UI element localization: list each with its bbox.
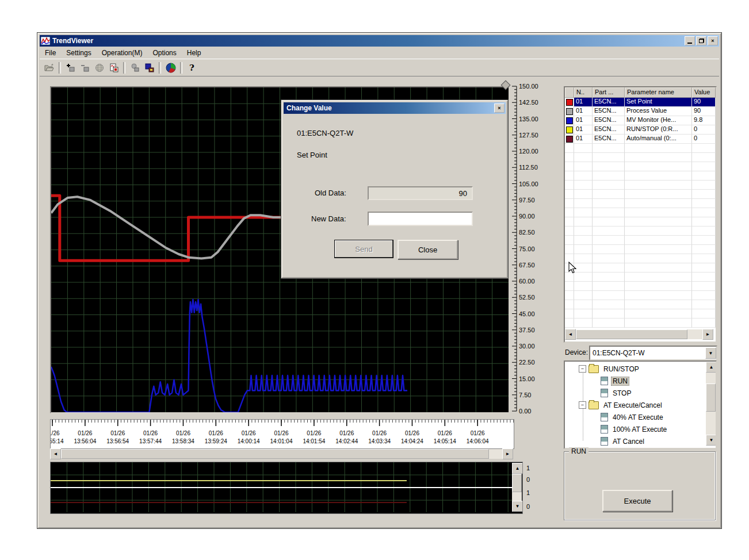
table-header-cell[interactable]: Part ... xyxy=(593,87,625,98)
add-pen-icon[interactable] xyxy=(63,61,78,74)
new-data-label: New Data: xyxy=(311,214,346,223)
tree-expander-icon[interactable]: − xyxy=(579,365,586,373)
table-empty-cell xyxy=(625,144,692,153)
table-empty-cell xyxy=(625,217,692,227)
menu-settings[interactable]: Settings xyxy=(61,48,96,58)
svg-text:13:56:54: 13:56:54 xyxy=(106,438,129,444)
scrollbar-thumb[interactable] xyxy=(61,449,489,459)
table-empty-cell xyxy=(593,199,625,208)
svg-text:14:03:34: 14:03:34 xyxy=(368,438,391,444)
digital-v-scrollbar[interactable]: ▲ ▼ xyxy=(512,463,522,512)
table-h-scrollbar[interactable]: ◄ ► xyxy=(565,329,713,339)
tree-item-100-at-execute[interactable]: 100% AT Execute xyxy=(565,423,705,435)
table-empty-cell xyxy=(574,162,593,171)
minimize-button[interactable] xyxy=(685,36,695,45)
table-header-cell[interactable]: Parameter name xyxy=(625,87,692,98)
device-combobox[interactable]: 01:E5CN-Q2T-W ▼ xyxy=(589,346,717,360)
table-empty-cell xyxy=(692,273,716,282)
table-header-cell[interactable] xyxy=(565,87,574,98)
table-empty-cell xyxy=(692,199,716,208)
tree-item-at-execute-cancel[interactable]: −AT Execute/Cancel xyxy=(565,399,705,411)
table-empty-cell xyxy=(565,190,574,199)
table-empty-cell xyxy=(625,273,692,282)
app-window: TrendViewer × File Settings Operation(M)… xyxy=(37,33,721,528)
close-button[interactable]: × xyxy=(708,36,718,45)
svg-text:150.00: 150.00 xyxy=(519,83,538,90)
digital-chart[interactable]: ▲ ▼ xyxy=(50,462,523,514)
scroll-up-icon[interactable]: ▲ xyxy=(706,362,717,373)
open-file-icon[interactable] xyxy=(42,61,56,74)
pen-select-icon[interactable] xyxy=(142,61,156,74)
scroll-right-icon[interactable]: ► xyxy=(702,329,713,340)
dialog-device-line: 01:E5CN-Q2T-W xyxy=(297,129,353,137)
menu-operation[interactable]: Operation(M) xyxy=(97,48,148,58)
chart-h-scrollbar[interactable]: ◄ ► xyxy=(50,449,513,459)
table-empty-cell xyxy=(692,181,716,190)
parameter-table[interactable]: N..Part ...Parameter nameValue01E5CN...S… xyxy=(564,86,717,343)
scroll-left-icon[interactable]: ◄ xyxy=(565,329,576,340)
scroll-down-icon[interactable]: ▼ xyxy=(512,501,523,512)
table-empty-cell xyxy=(593,263,625,273)
new-data-input[interactable] xyxy=(368,212,473,226)
pie-chart-icon[interactable] xyxy=(163,61,178,74)
tree-item-run-stop[interactable]: −RUN/STOP xyxy=(565,363,705,375)
pen-marker-icon[interactable] xyxy=(128,61,142,74)
table-empty-cell xyxy=(593,236,625,245)
copy-data-icon[interactable] xyxy=(106,61,121,74)
scrollbar-thumb[interactable] xyxy=(512,474,522,492)
help-icon[interactable]: ? xyxy=(185,61,199,74)
title-bar[interactable]: TrendViewer × xyxy=(40,35,719,47)
series-color-cell xyxy=(565,107,574,116)
tree-item-at-cancel[interactable]: AT Cancel xyxy=(565,435,705,447)
table-header-cell[interactable]: N.. xyxy=(574,87,593,98)
table-cell: 01 xyxy=(574,98,593,107)
table-empty-cell xyxy=(574,208,593,217)
scrollbar-thumb[interactable] xyxy=(576,329,687,339)
svg-text:01/26: 01/26 xyxy=(78,430,92,436)
scroll-left-icon[interactable]: ◄ xyxy=(50,448,61,459)
table-empty-cell xyxy=(692,153,716,162)
globe-icon[interactable] xyxy=(92,61,106,74)
tree-item-label: AT Cancel xyxy=(611,437,646,446)
scroll-down-icon[interactable]: ▼ xyxy=(706,435,717,446)
dialog-title-bar[interactable]: Change Value × xyxy=(284,102,506,114)
series-color-cell xyxy=(565,125,574,135)
table-empty-cell xyxy=(565,162,574,171)
send-button[interactable]: Send xyxy=(334,240,393,258)
table-row[interactable]: 01E5CN...MV Monitor (He...9.8 xyxy=(565,116,716,125)
series-color-swatch xyxy=(566,108,573,115)
scroll-up-icon[interactable]: ▲ xyxy=(512,463,523,474)
tree-item-run[interactable]: RUN xyxy=(565,375,705,387)
table-empty-row xyxy=(565,309,716,319)
restore-button[interactable] xyxy=(696,36,706,45)
table-empty-cell xyxy=(625,208,692,217)
scrollbar-thumb[interactable] xyxy=(706,383,716,412)
remove-pen-icon[interactable] xyxy=(78,61,92,74)
svg-text:13:59:24: 13:59:24 xyxy=(205,438,227,444)
chevron-down-icon[interactable]: ▼ xyxy=(705,347,716,359)
series-color-cell xyxy=(565,116,574,125)
menu-help[interactable]: Help xyxy=(182,48,207,58)
table-row[interactable]: 01E5CN...Auto/manual (0:...0 xyxy=(565,135,716,144)
table-empty-row xyxy=(565,208,716,217)
menu-file[interactable]: File xyxy=(40,48,61,58)
tree-item-stop[interactable]: STOP xyxy=(565,387,705,399)
tree-expander-icon[interactable]: − xyxy=(579,401,586,409)
digital-axis-label: 1 xyxy=(526,489,530,496)
table-row[interactable]: 01E5CN...Set Point90 xyxy=(565,98,716,107)
tree-v-scrollbar[interactable]: ▲ ▼ xyxy=(706,362,716,446)
dialog-close-button[interactable]: × xyxy=(494,103,505,113)
svg-text:13:57:44: 13:57:44 xyxy=(139,438,162,444)
menu-options[interactable]: Options xyxy=(147,48,181,58)
execute-button[interactable]: Execute xyxy=(602,490,672,512)
table-empty-cell xyxy=(593,245,625,254)
scroll-right-icon[interactable]: ► xyxy=(502,448,513,459)
table-header-cell[interactable]: Value xyxy=(692,87,716,98)
dialog-close-action-button[interactable]: Close xyxy=(398,240,458,259)
table-row[interactable]: 01E5CN...RUN/STOP (0:R...0 xyxy=(565,125,716,135)
tree-item-label: RUN/STOP xyxy=(602,365,641,374)
table-row[interactable]: 01E5CN...Process Value90 xyxy=(565,107,716,116)
table-empty-cell xyxy=(565,181,574,190)
table-cell: 01 xyxy=(574,125,593,135)
tree-item-40-at-execute[interactable]: 40% AT Execute xyxy=(565,411,705,423)
